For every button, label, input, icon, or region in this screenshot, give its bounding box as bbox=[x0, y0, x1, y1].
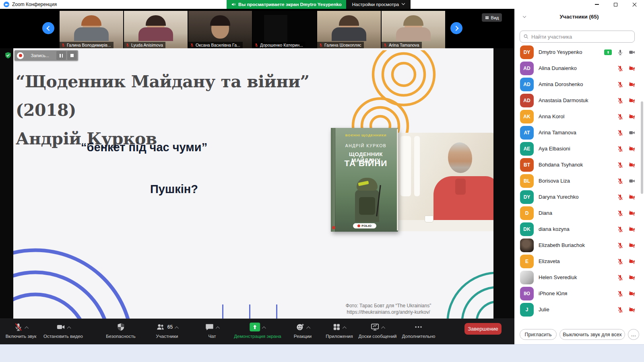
photo-credit: Фото: Тарас Бовт для “The Ukrainians” ht… bbox=[332, 302, 445, 315]
participant-name: Julie bbox=[539, 302, 549, 317]
teal-arcs-decoration bbox=[437, 256, 493, 319]
chevron-up-icon[interactable] bbox=[25, 326, 29, 330]
participant-row[interactable]: BT Bohdana Tsyhanok bbox=[514, 158, 644, 172]
sharing-screen-icon bbox=[604, 49, 612, 55]
video-thumbnail[interactable]: Оксана Василівна Га... bbox=[188, 11, 252, 48]
pause-recording-button[interactable] bbox=[56, 51, 66, 60]
toolbar-reactions[interactable]: Реакции bbox=[294, 322, 312, 339]
mic-muted-icon bbox=[617, 113, 623, 120]
chevron-up-icon[interactable] bbox=[306, 326, 310, 330]
mic-muted-icon bbox=[617, 242, 623, 249]
video-thumbnail[interactable]: Галина Володимирів... bbox=[60, 11, 123, 48]
avatar: AK bbox=[520, 110, 534, 123]
chevron-up-icon[interactable] bbox=[175, 326, 179, 330]
participant-name: Elizaveta bbox=[539, 254, 560, 269]
book-corner-dot bbox=[332, 226, 335, 229]
end-meeting-button[interactable]: Завершение bbox=[464, 323, 502, 335]
chevron-up-icon[interactable] bbox=[216, 326, 220, 330]
scrollbar-thumb[interactable] bbox=[641, 101, 643, 194]
avatar-photo bbox=[520, 271, 534, 284]
mic-muted-icon bbox=[617, 306, 623, 313]
toolbar-participants[interactable]: 65 Участники bbox=[156, 322, 178, 339]
apps-icon bbox=[332, 323, 341, 331]
chevron-up-icon[interactable] bbox=[67, 326, 71, 330]
participant-row[interactable]: ІЮ iPhone Юля bbox=[514, 286, 644, 301]
toolbar-stop-video[interactable]: Остановить видео bbox=[43, 322, 83, 339]
participant-row[interactable]: DY Daryna Yurechko bbox=[514, 190, 644, 204]
avatar: DK bbox=[520, 222, 534, 236]
toolbar-unmute[interactable]: Включить звук bbox=[6, 322, 37, 339]
mic-muted-icon bbox=[617, 81, 623, 88]
view-layout-button[interactable]: Вид bbox=[482, 13, 502, 22]
thumbnail-name: Arina Tamanova bbox=[389, 43, 419, 47]
mic-muted-icon bbox=[617, 162, 623, 168]
toolbar-whiteboards[interactable]: Доски сообщений bbox=[359, 322, 397, 339]
book-cover: ВОЄННІ ЩОДЕННИКИ АНДРІЙ КУРКОВ ЩОДЕННИК … bbox=[331, 128, 398, 232]
mute-all-button[interactable]: Выключить звук для всех bbox=[559, 329, 625, 340]
avatar: AD bbox=[520, 94, 534, 107]
participant-row[interactable]: Elizabeth Buriachok bbox=[514, 238, 644, 253]
participant-search-input[interactable] bbox=[531, 34, 631, 40]
window-title: Zoom Конференция bbox=[12, 0, 57, 9]
minimize-button[interactable] bbox=[587, 0, 606, 9]
participants-more-button[interactable]: … bbox=[628, 329, 639, 340]
participant-row[interactable]: DK diana kozyna bbox=[514, 222, 644, 237]
photo-background bbox=[400, 136, 411, 196]
close-button[interactable] bbox=[625, 0, 644, 9]
screen-share-banner: Вы просматриваете экран Dmytro Yesypenko bbox=[227, 0, 346, 9]
shield-icon bbox=[116, 323, 125, 331]
slide-title-line1: “Щоденник Майдану та війни” (2018) bbox=[16, 68, 362, 125]
camera-on-icon bbox=[629, 130, 635, 136]
participant-row[interactable]: AT Arina Tamanova bbox=[514, 125, 644, 140]
mic-muted-icon bbox=[14, 323, 23, 331]
participant-row[interactable]: BL Borisova Liza bbox=[514, 174, 644, 188]
stop-recording-button[interactable] bbox=[67, 51, 77, 60]
toolbar-more[interactable]: Дополнительно bbox=[402, 322, 436, 339]
participant-row[interactable]: D Diana bbox=[514, 206, 644, 220]
mic-muted-icon bbox=[617, 65, 623, 72]
chevron-up-icon[interactable] bbox=[381, 326, 385, 330]
chevron-up-icon[interactable] bbox=[343, 326, 347, 330]
participants-panel: Участники (65) DY Dmytro Yesypenko AD Al… bbox=[514, 9, 644, 344]
participant-name: Alina Dunaienko bbox=[539, 61, 577, 76]
view-settings-button[interactable]: Настройки просмотра bbox=[346, 0, 411, 9]
video-thumbnail[interactable]: Lyuda Anisimova bbox=[124, 11, 188, 48]
thumbnail-name: Галина Володимирів... bbox=[67, 43, 111, 47]
toolbar-security[interactable]: Безопасность bbox=[106, 322, 135, 339]
avatar: AD bbox=[520, 62, 534, 75]
participant-search[interactable] bbox=[520, 31, 635, 43]
participant-row[interactable]: DY Dmytro Yesypenko bbox=[514, 45, 644, 60]
scroll-right-button[interactable] bbox=[450, 22, 462, 34]
chevron-up-icon[interactable] bbox=[262, 326, 266, 330]
book-pages-edge bbox=[397, 129, 398, 230]
share-banner-text: Вы просматриваете экран Dmytro Yesypenko bbox=[238, 2, 342, 7]
camera-off-icon bbox=[629, 242, 635, 249]
mic-muted-icon bbox=[190, 43, 194, 47]
participant-row[interactable]: AD Alina Dunaienko bbox=[514, 61, 644, 76]
slide-question: Пушкін? bbox=[150, 183, 198, 196]
toolbar-chat[interactable]: Чат bbox=[205, 322, 219, 339]
windows-taskbar: W 4°C Mostly cloudy РУС UKR 9:11 07.04.2… bbox=[0, 344, 644, 362]
toolbar-apps[interactable]: Приложения bbox=[326, 322, 353, 339]
participant-row[interactable]: E Elizaveta bbox=[514, 254, 644, 269]
toolbar-share-screen[interactable]: Демонстрация экрана bbox=[234, 322, 281, 339]
participant-row[interactable]: J Julie bbox=[514, 302, 644, 317]
video-thumbnail[interactable]: Arina Tamanova bbox=[382, 11, 445, 48]
camera-off-icon bbox=[629, 226, 635, 232]
maximize-button[interactable] bbox=[606, 0, 625, 9]
participant-row[interactable]: AD Anastasia Darmostuk bbox=[514, 93, 644, 108]
participant-row[interactable]: AK Anna Korol bbox=[514, 109, 644, 124]
thumbnail-name: Оксана Василівна Га... bbox=[196, 43, 240, 47]
thumbnail-name: Lyuda Anisimova bbox=[131, 43, 163, 47]
participant-row[interactable]: AD Amina Doroshenko bbox=[514, 77, 644, 92]
participant-row[interactable]: Helen Sverediuk bbox=[514, 270, 644, 285]
scroll-left-button[interactable] bbox=[42, 22, 54, 34]
video-thumbnail[interactable]: Дорошенко Катерин... bbox=[253, 11, 316, 48]
mic-muted-icon bbox=[617, 226, 623, 232]
shared-screen-slide: “Щоденник Майдану та війни” (2018) Андрі… bbox=[13, 48, 493, 319]
mic-muted-icon bbox=[126, 43, 130, 47]
participant-row[interactable]: AE Aya Elbasioni bbox=[514, 142, 644, 156]
video-thumbnail[interactable]: Галина Шовкопляс bbox=[317, 11, 381, 48]
chevron-down-icon bbox=[402, 2, 405, 5]
invite-button[interactable]: Пригласить bbox=[520, 329, 557, 340]
